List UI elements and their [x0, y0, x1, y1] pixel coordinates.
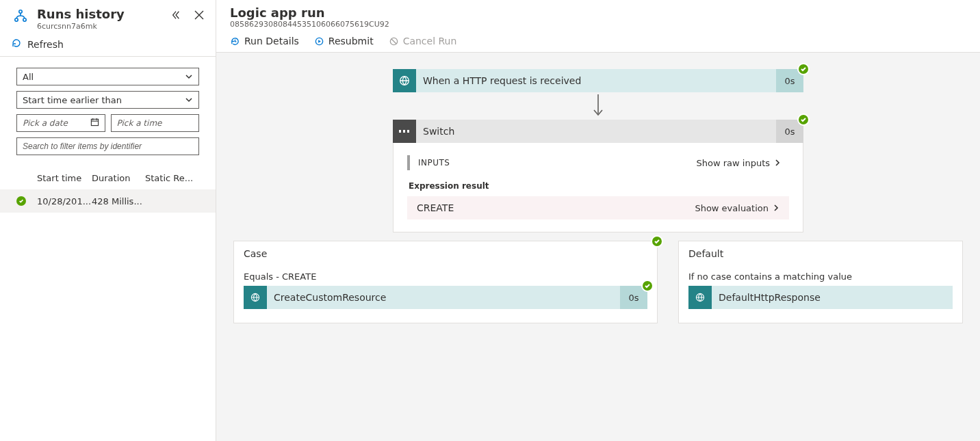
chevron-down-icon — [185, 72, 193, 81]
switch-step-title: Switch — [416, 120, 776, 143]
success-badge — [651, 235, 663, 248]
date-placeholder: Pick a date — [23, 118, 68, 128]
cancel-run-button: Cancel Run — [389, 36, 457, 46]
refresh-icon — [11, 38, 22, 51]
http-step-title: When a HTTP request is received — [416, 69, 776, 92]
history-icon — [230, 36, 240, 46]
inner-step-title: CreateCustomResource — [267, 286, 620, 309]
col-static: Static Re... — [145, 173, 216, 183]
col-start-time: Start time — [37, 173, 92, 183]
runs-history-panel: Runs history 6curcsnn7a6mk Refresh All — [0, 0, 216, 441]
switch-icon — [393, 120, 416, 143]
default-subtitle: If no case contains a matching value — [688, 271, 953, 282]
svg-rect-3 — [91, 119, 98, 125]
svg-rect-7 — [399, 130, 401, 133]
designer-canvas: When a HTTP request is received 0s Switc… — [216, 53, 980, 441]
run-detail-panel: Logic app run 08586293080844535106066075… — [216, 0, 980, 441]
run-details-button[interactable]: Run Details — [230, 36, 299, 46]
svg-point-1 — [15, 18, 18, 21]
http-icon — [244, 286, 267, 309]
success-icon — [16, 196, 26, 206]
run-details-label: Run Details — [244, 36, 299, 46]
refresh-button[interactable]: Refresh — [0, 34, 216, 57]
case-subtitle: Equals - CREATE — [244, 271, 647, 282]
cancel-label: Cancel Run — [403, 36, 457, 46]
table-header: Start time Duration Static Re... — [16, 166, 216, 189]
time-placeholder: Pick a time — [117, 118, 162, 128]
refresh-label: Refresh — [27, 39, 64, 50]
time-mode-value: Start time earlier than — [23, 95, 122, 105]
cell-duration: 428 Millis... — [92, 196, 145, 206]
table-row[interactable]: 10/28/201... 428 Millis... — [0, 189, 216, 213]
col-duration: Duration — [92, 173, 145, 183]
panel-subtitle: 6curcsnn7a6mk — [37, 22, 161, 31]
success-badge — [797, 113, 810, 126]
case-branch[interactable]: Case Equals - CREATE CreateCustomResourc… — [233, 241, 658, 323]
close-button[interactable] — [191, 7, 207, 23]
resubmit-button[interactable]: Resubmit — [314, 36, 374, 46]
cancel-icon — [389, 36, 399, 46]
default-http-response-step[interactable]: DefaultHttpResponse — [688, 286, 953, 309]
resubmit-label: Resubmit — [328, 36, 374, 46]
expression-result-label: Expression result — [409, 181, 789, 191]
time-picker[interactable]: Pick a time — [111, 114, 200, 132]
status-filter-value: All — [23, 72, 34, 82]
panel-title: Runs history — [37, 7, 161, 22]
resubmit-icon — [314, 36, 324, 46]
calendar-icon — [90, 118, 99, 129]
cell-start: 10/28/201... — [37, 196, 92, 206]
show-raw-inputs-link[interactable]: Show raw inputs — [697, 158, 782, 168]
http-icon — [393, 69, 416, 92]
inner-step-title: DefaultHttpResponse — [712, 286, 953, 309]
chevron-down-icon — [185, 96, 193, 104]
run-title: Logic app run — [230, 5, 966, 20]
expression-value: CREATE — [417, 202, 454, 213]
svg-rect-8 — [403, 130, 405, 133]
http-trigger-step[interactable]: When a HTTP request is received 0s — [393, 69, 803, 92]
default-title: Default — [688, 248, 953, 259]
case-title: Case — [244, 248, 647, 259]
logic-app-icon — [11, 7, 30, 26]
switch-body: INPUTS Show raw inputs Expression result… — [393, 143, 803, 232]
show-evaluation-link[interactable]: Show evaluation — [695, 203, 779, 213]
svg-rect-9 — [407, 130, 409, 133]
search-input[interactable] — [16, 137, 199, 155]
run-id: 08586293080844535106066075619CU92 — [230, 20, 966, 29]
date-picker[interactable]: Pick a date — [16, 114, 105, 132]
time-mode-select[interactable]: Start time earlier than — [16, 91, 199, 109]
inputs-header: INPUTS — [418, 158, 450, 168]
svg-point-2 — [23, 18, 26, 21]
create-custom-resource-step[interactable]: CreateCustomResource 0s — [244, 286, 647, 309]
default-branch[interactable]: Default If no case contains a matching v… — [678, 241, 963, 323]
svg-point-0 — [19, 10, 22, 13]
http-icon — [688, 286, 712, 309]
switch-step[interactable]: Switch 0s — [393, 120, 803, 143]
success-badge — [641, 280, 654, 292]
collapse-button[interactable] — [168, 7, 184, 23]
arrow-down-icon — [591, 92, 605, 120]
status-filter-select[interactable]: All — [16, 68, 199, 85]
success-badge — [797, 63, 810, 75]
